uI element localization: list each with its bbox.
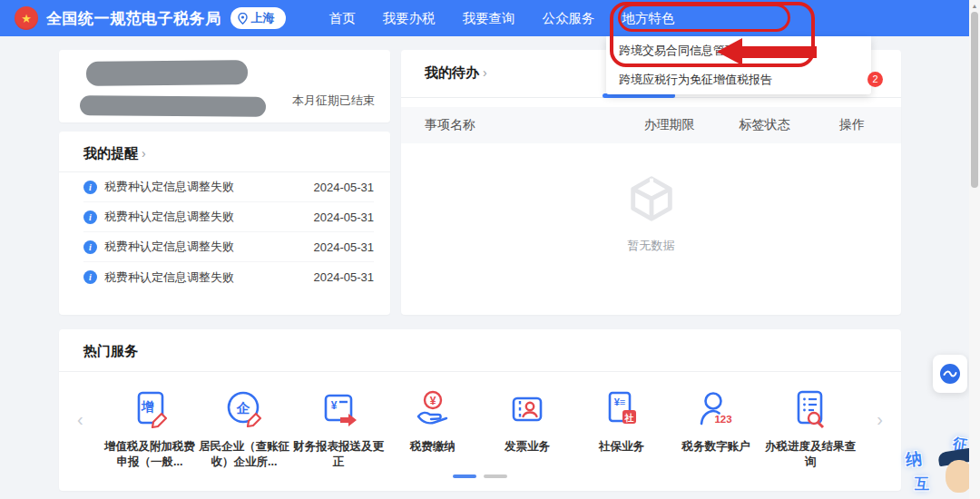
reminder-date: 2024-05-31 bbox=[314, 181, 375, 194]
suggestion-cross-border-vat-exempt[interactable]: 跨境应税行为免征增值税报告 bbox=[606, 65, 871, 94]
service-resident-enterprise[interactable]: 企 居民企业（查账征收）企业所... bbox=[197, 388, 291, 470]
service-label: 税费缴纳 bbox=[387, 439, 479, 455]
svg-text:¥≡: ¥≡ bbox=[614, 396, 626, 407]
service-financial-report[interactable]: ¥ 财务报表报送及更正 bbox=[291, 388, 386, 470]
info-circle-icon: i bbox=[83, 181, 97, 194]
info-circle-icon: i bbox=[83, 270, 97, 284]
reminder-item[interactable]: i 税费种认定信息调整失败 2024-05-31 bbox=[83, 172, 374, 202]
progress-result-query-icon bbox=[789, 388, 831, 430]
national-emblem-icon: ★ bbox=[15, 6, 38, 30]
service-tax-payment[interactable]: ¥ 税费缴纳 bbox=[386, 388, 480, 470]
svg-text:123: 123 bbox=[714, 414, 731, 425]
reminder-date: 2024-05-31 bbox=[314, 270, 375, 284]
hot-services-title: 热门服务 bbox=[83, 343, 138, 358]
nav-item-public-service[interactable]: 公众服务 bbox=[543, 10, 595, 27]
top-header-bar: ★ 全国统一规范电子税务局 上海 首页 我要办税 我要查询 公众服务 地方特色 bbox=[0, 0, 969, 36]
info-circle-icon: i bbox=[83, 240, 97, 254]
reminder-item[interactable]: i 税费种认定信息调整失败 2024-05-31 bbox=[83, 232, 374, 262]
service-label: 发票业务 bbox=[481, 439, 573, 455]
svg-text:社: 社 bbox=[624, 413, 634, 423]
service-label: 社保业务 bbox=[575, 439, 668, 455]
levy-period-status: 本月征期已结束 bbox=[292, 93, 375, 109]
svg-text:增: 增 bbox=[141, 399, 154, 414]
nav-item-query[interactable]: 我要查询 bbox=[463, 10, 515, 27]
interaction-icon bbox=[939, 363, 961, 385]
empty-text: 暂无数据 bbox=[401, 238, 901, 254]
nav-item-do-tax[interactable]: 我要办税 bbox=[383, 10, 436, 27]
reminder-text: 税费种认定信息调整失败 bbox=[104, 239, 314, 255]
page-dot-active[interactable] bbox=[453, 475, 476, 478]
empty-box-icon bbox=[625, 172, 678, 225]
reminder-text: 税费种认定信息调整失败 bbox=[104, 179, 314, 195]
digital-account-icon: 123 bbox=[695, 388, 737, 430]
col-deadline: 办理期限 bbox=[622, 117, 717, 133]
service-label: 税务数字账户 bbox=[670, 439, 762, 455]
reminders-title: 我的提醒 bbox=[83, 145, 138, 161]
suggestion-cross-border-contract[interactable]: 跨境交易合同信息管理 bbox=[606, 36, 871, 65]
col-tag-status: 标签状态 bbox=[717, 117, 812, 133]
service-label: 办税进度及结果查询 bbox=[764, 439, 857, 470]
interaction-float-button[interactable] bbox=[933, 355, 967, 393]
svg-text:¥: ¥ bbox=[430, 395, 436, 407]
redacted-taxpayer-id bbox=[80, 95, 266, 116]
service-label: 增值税及附加税费申报（一般... bbox=[103, 439, 196, 470]
location-selector[interactable]: 上海 bbox=[230, 7, 286, 29]
service-vat-declare[interactable]: 增 增值税及附加税费申报（一般... bbox=[103, 388, 197, 470]
invoice-business-icon bbox=[506, 388, 548, 430]
chevron-right-icon[interactable]: › bbox=[877, 409, 883, 430]
hot-services-header: 热门服务 bbox=[59, 329, 901, 372]
tax-payment-icon: ¥ bbox=[412, 388, 454, 430]
resident-enterprise-tax-icon: 企 bbox=[223, 388, 265, 430]
reminder-date: 2024-05-31 bbox=[314, 210, 375, 224]
col-item-name: 事项名称 bbox=[401, 117, 622, 133]
nav-item-home[interactable]: 首页 bbox=[329, 10, 356, 27]
chevron-right-icon: › bbox=[483, 65, 487, 80]
chevron-right-icon: › bbox=[142, 146, 146, 161]
info-circle-icon: i bbox=[83, 210, 97, 224]
reminder-date: 2024-05-31 bbox=[314, 240, 375, 254]
empty-state: 暂无数据 bbox=[401, 172, 901, 254]
svg-text:¥: ¥ bbox=[331, 399, 338, 412]
reminder-text: 税费种认定信息调整失败 bbox=[104, 209, 314, 225]
mascot-char: 互 bbox=[915, 475, 929, 494]
service-social-security[interactable]: ¥≡ 社 社保业务 bbox=[574, 388, 669, 470]
reminder-item[interactable]: i 税费种认定信息调整失败 2024-05-31 bbox=[83, 262, 374, 292]
location-label: 上海 bbox=[251, 10, 275, 26]
scrollbar-thumb[interactable] bbox=[971, 12, 978, 188]
reminder-item[interactable]: i 税费种认定信息调整失败 2024-05-31 bbox=[83, 202, 374, 232]
notification-badge: 2 bbox=[867, 72, 883, 87]
main-nav: 首页 我要办税 我要查询 公众服务 地方特色 bbox=[329, 10, 675, 27]
service-digital-account[interactable]: 123 税务数字账户 bbox=[669, 388, 763, 470]
site-title: 全国统一规范电子税务局 bbox=[46, 8, 221, 29]
service-progress-query[interactable]: 办税进度及结果查询 bbox=[763, 388, 858, 470]
service-label: 财务报表报送及更正 bbox=[292, 439, 385, 470]
svg-text:企: 企 bbox=[236, 400, 251, 416]
tax-mascot[interactable]: 征 纳 互 bbox=[904, 435, 969, 499]
hot-services-card: 热门服务 ‹ › 增 增值税及附加税费申报（一般... 企 居民企业（查账征收）… bbox=[59, 329, 901, 491]
page-dot[interactable] bbox=[484, 475, 507, 478]
nav-item-local-feature[interactable]: 地方特色 bbox=[622, 10, 675, 27]
vat-surcharge-declare-icon: 增 bbox=[129, 388, 171, 430]
reminders-header[interactable]: 我的提醒› bbox=[59, 132, 390, 172]
todo-title: 我的待办 bbox=[425, 64, 479, 80]
scroll-up-arrow-icon[interactable]: ▲ bbox=[969, 0, 980, 12]
location-pin-icon bbox=[238, 13, 248, 24]
chevron-left-icon[interactable]: ‹ bbox=[77, 409, 83, 430]
profile-card: 本月征期已结束 bbox=[59, 50, 390, 122]
search-suggestion-dropdown: 跨境交易合同信息管理 跨境应税行为免征增值税报告 bbox=[606, 36, 871, 94]
reminders-card: 我的提醒› i 税费种认定信息调整失败 2024-05-31 i 税费种认定信息… bbox=[59, 132, 390, 315]
financial-report-icon: ¥ bbox=[318, 388, 359, 430]
service-invoice[interactable]: 发票业务 bbox=[480, 388, 574, 470]
social-security-icon: ¥≡ 社 bbox=[601, 388, 642, 430]
carousel-pagination bbox=[59, 475, 901, 478]
reminder-text: 税费种认定信息调整失败 bbox=[104, 269, 314, 286]
todo-table-header: 事项名称 办理期限 标签状态 操作 bbox=[401, 107, 901, 143]
service-label: 居民企业（查账征收）企业所... bbox=[198, 439, 290, 470]
mascot-char: 纳 bbox=[905, 447, 923, 471]
service-icons-row: 增 增值税及附加税费申报（一般... 企 居民企业（查账征收）企业所... ¥ … bbox=[59, 372, 901, 470]
page-scrollbar[interactable]: ▲ bbox=[969, 0, 980, 499]
redacted-taxpayer-name bbox=[86, 60, 248, 86]
col-operation: 操作 bbox=[812, 117, 892, 133]
